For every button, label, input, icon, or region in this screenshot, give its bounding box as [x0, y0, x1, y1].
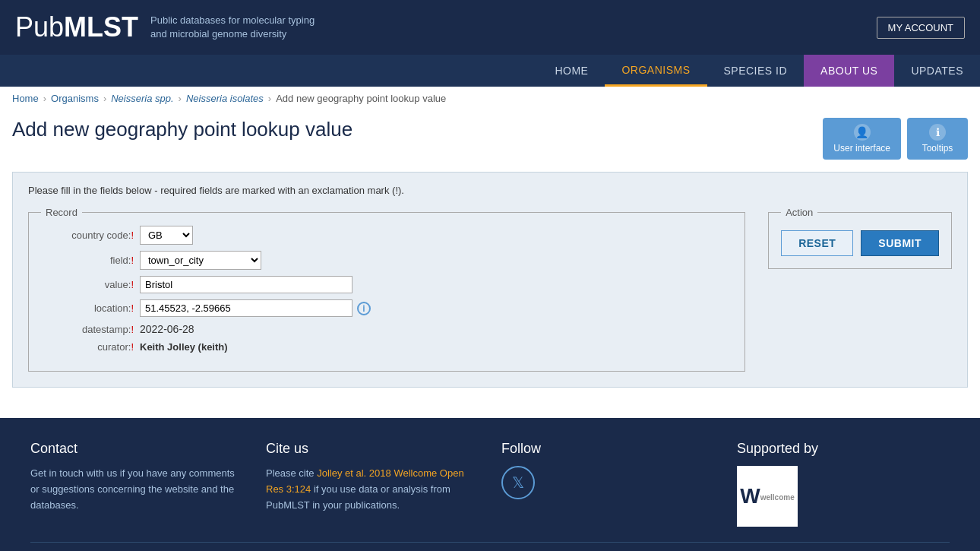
curator-required: ! — [131, 341, 134, 353]
my-account-button[interactable]: MY ACCOUNT — [877, 17, 965, 39]
location-label: location:! — [41, 302, 140, 314]
breadcrumb: Home › Organisms › Neisseria spp. › Neis… — [0, 87, 980, 110]
footer-cite-body: Please cite Jolley et al. 2018 Wellcome … — [266, 466, 479, 513]
breadcrumb-neisseria-spp[interactable]: Neisseria spp. — [111, 93, 173, 104]
country-code-required: ! — [131, 230, 134, 241]
footer-follow: Follow 𝕏 — [501, 441, 714, 527]
twitter-icon[interactable]: 𝕏 — [501, 466, 535, 499]
page-title: Add new geography point lookup value — [12, 118, 352, 141]
datestamp-required: ! — [131, 324, 134, 335]
user-interface-button[interactable]: 👤 User interface — [823, 118, 901, 160]
breadcrumb-sep-1: › — [43, 93, 46, 104]
value-row: value:! — [41, 276, 732, 293]
footer-cite-heading: Cite us — [266, 441, 479, 457]
main-nav: HOME ORGANISMS SPECIES ID ABOUT US UPDAT… — [0, 55, 980, 87]
form-box: Please fill in the fields below - requir… — [12, 172, 968, 388]
breadcrumb-organisms[interactable]: Organisms — [51, 93, 99, 104]
breadcrumb-sep-4: › — [268, 93, 271, 104]
country-code-label: country code:! — [41, 230, 140, 241]
breadcrumb-home[interactable]: Home — [12, 93, 39, 104]
record-legend: Record — [41, 207, 82, 218]
logo-pub: Pub — [15, 11, 64, 43]
location-row: location:! i — [41, 299, 732, 317]
breadcrumb-current: Add new geography point lookup value — [276, 93, 446, 104]
footer-grid: Contact Get in touch with us if you have… — [30, 441, 950, 527]
page-header-row: Add new geography point lookup value 👤 U… — [12, 118, 968, 160]
action-buttons: RESET SUBMIT — [781, 230, 939, 256]
form-sections: Record country code:! GB US DE FR field:… — [28, 207, 952, 372]
value-label: value:! — [41, 279, 140, 290]
curator-value: Keith Jolley (keith) — [140, 341, 228, 353]
user-interface-label: User interface — [833, 143, 890, 154]
tooltips-button[interactable]: ℹ Tooltips — [907, 118, 968, 160]
reset-button[interactable]: RESET — [781, 230, 853, 256]
logo-mlst: MLST — [64, 11, 138, 43]
wellcome-logo-text: W — [740, 484, 760, 508]
location-info-icon[interactable]: i — [357, 302, 371, 315]
footer-contact: Contact Get in touch with us if you have… — [30, 441, 243, 527]
action-legend: Action — [781, 207, 817, 218]
field-row: field:! town_or_city country region — [41, 251, 732, 270]
datestamp-row: datestamp:! 2022-06-28 — [41, 323, 732, 335]
footer-contact-heading: Contact — [30, 441, 243, 457]
logo-area: PubMLST Public databases for molecular t… — [15, 11, 315, 43]
value-input[interactable] — [140, 276, 352, 293]
datestamp-label: datestamp:! — [41, 324, 140, 335]
tooltips-icon: ℹ — [929, 124, 946, 141]
action-fieldset: Action RESET SUBMIT — [768, 207, 952, 269]
field-label: field:! — [41, 255, 140, 266]
footer-supported-heading: Supported by — [737, 441, 950, 457]
user-interface-icon: 👤 — [854, 124, 871, 141]
location-input[interactable] — [140, 299, 352, 317]
location-input-group: i — [140, 299, 371, 317]
tooltips-label: Tooltips — [922, 143, 953, 154]
footer-supported: Supported by W wellcome — [737, 441, 950, 527]
logo-subtitle: Public databases for molecular typing an… — [150, 14, 315, 41]
country-code-select[interactable]: GB US DE FR — [140, 226, 193, 245]
curator-label: curator:! — [41, 341, 140, 353]
submit-button[interactable]: SUBMIT — [861, 230, 939, 256]
page-content: Add new geography point lookup value 👤 U… — [0, 110, 980, 403]
site-header: PubMLST Public databases for molecular t… — [0, 0, 980, 55]
nav-home[interactable]: HOME — [538, 55, 605, 87]
footer-bar: Disclaimer & Privacy | Cookies | Terms &… — [30, 542, 950, 551]
form-instruction: Please fill in the fields below - requir… — [28, 185, 952, 196]
curator-row: curator:! Keith Jolley (keith) — [41, 341, 732, 353]
footer-follow-heading: Follow — [501, 441, 714, 457]
footer-cite: Cite us Please cite Jolley et al. 2018 W… — [266, 441, 479, 527]
breadcrumb-neisseria-isolates[interactable]: Neisseria isolates — [186, 93, 264, 104]
breadcrumb-sep-2: › — [103, 93, 106, 104]
datestamp-value: 2022-06-28 — [140, 323, 194, 335]
nav-updates[interactable]: UPDATES — [894, 55, 980, 87]
wellcome-logo: W wellcome — [737, 466, 798, 527]
site-footer: Contact Get in touch with us if you have… — [0, 418, 980, 551]
nav-about-us[interactable]: ABOUT US — [804, 55, 894, 87]
breadcrumb-sep-3: › — [179, 93, 182, 104]
footer-cite-intro: Please cite — [266, 467, 317, 479]
value-required: ! — [131, 279, 134, 290]
footer-contact-link[interactable]: Get in touch with us — [30, 467, 117, 479]
logo: PubMLST — [15, 11, 138, 43]
record-fieldset: Record country code:! GB US DE FR field:… — [28, 207, 745, 372]
field-required: ! — [131, 255, 134, 266]
field-select[interactable]: town_or_city country region — [140, 251, 261, 270]
location-required: ! — [131, 302, 134, 314]
action-icons: 👤 User interface ℹ Tooltips — [823, 118, 968, 160]
nav-species-id[interactable]: SPECIES ID — [707, 55, 805, 87]
nav-organisms[interactable]: ORGANISMS — [605, 55, 707, 87]
footer-contact-body: Get in touch with us if you have any com… — [30, 466, 243, 513]
country-code-row: country code:! GB US DE FR — [41, 226, 732, 245]
